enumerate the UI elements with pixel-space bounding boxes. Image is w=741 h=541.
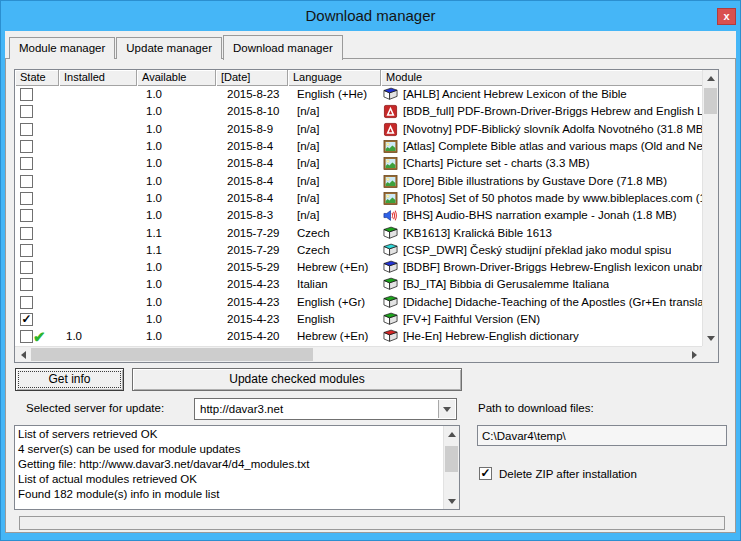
cell: [n/a] bbox=[288, 121, 381, 138]
table-row[interactable]: 1.02015-8-9[n/a][Novotny] PDF-Biblický s… bbox=[15, 121, 702, 138]
table-row[interactable]: 1.02015-8-4[n/a][Atlas] Complete Bible a… bbox=[15, 138, 702, 155]
column-header-date[interactable]: [Date] bbox=[216, 70, 288, 86]
module-name: [Charts] Picture set - charts (3.3 MB) bbox=[403, 155, 590, 172]
titlebar[interactable]: Download manager x bbox=[1, 1, 740, 31]
row-checkbox[interactable] bbox=[20, 227, 33, 240]
table-row[interactable]: 1.02015-5-29Hebrew (+En)[BDBF] Brown-Dri… bbox=[15, 259, 702, 276]
table-row[interactable]: 1.02015-8-3[n/a][BHS] Audio-BHS narratio… bbox=[15, 207, 702, 224]
row-checkbox[interactable] bbox=[20, 175, 33, 188]
column-header-installed[interactable]: Installed bbox=[59, 70, 137, 86]
server-label: Selected server for update: bbox=[26, 402, 164, 414]
cell: 2015-4-23 bbox=[216, 294, 288, 311]
log-output[interactable]: List of servers retrieved OK4 server(s) … bbox=[14, 425, 460, 510]
close-button[interactable]: x bbox=[717, 8, 736, 25]
column-header-module[interactable]: Module bbox=[381, 70, 702, 86]
table-row[interactable]: 1.02015-8-23English (+He)[AHLB] Ancient … bbox=[15, 86, 702, 103]
tab-download-manager[interactable]: Download manager bbox=[223, 35, 343, 60]
table-row[interactable]: ✓1.02015-4-23English[FV+] Faithful Versi… bbox=[15, 311, 702, 328]
row-checkbox[interactable] bbox=[20, 88, 33, 101]
cell: 1.0 bbox=[137, 276, 216, 293]
module-name: [BJ_ITA] Bibbia di Gerusalemme Italiana bbox=[403, 276, 609, 293]
module-name: [KB1613] Kralická Bible 1613 bbox=[403, 225, 552, 242]
cell: 2015-8-4 bbox=[216, 155, 288, 172]
cell: [n/a] bbox=[288, 138, 381, 155]
table-row[interactable]: 1.02015-8-4[n/a][Charts] Picture set - c… bbox=[15, 155, 702, 172]
module-name: [BHS] Audio-BHS narration example - Jona… bbox=[403, 207, 677, 224]
module-cell: [BHS] Audio-BHS narration example - Jona… bbox=[381, 207, 702, 224]
table-row[interactable]: 1.02015-8-4[n/a][Dore] Bible illustratio… bbox=[15, 172, 702, 189]
server-dropdown-button[interactable] bbox=[438, 400, 455, 418]
module-cell: [Charts] Picture set - charts (3.3 MB) bbox=[381, 155, 702, 172]
table-row[interactable]: ✔1.01.02015-4-20Hebrew (+En)[He-En] Hebr… bbox=[15, 328, 702, 345]
row-checkbox[interactable] bbox=[20, 123, 33, 136]
state-cell bbox=[15, 227, 59, 240]
scroll-left-button[interactable] bbox=[15, 347, 31, 363]
cell: [n/a] bbox=[288, 173, 381, 190]
log-line: 4 server(s) can be used for module updat… bbox=[18, 442, 442, 457]
table-row[interactable]: 1.12015-7-29Czech[KB1613] Kralická Bible… bbox=[15, 224, 702, 241]
row-checkbox[interactable] bbox=[20, 157, 33, 170]
table-row[interactable]: 1.12015-7-29Czech[CSP_DWR] Český studijn… bbox=[15, 242, 702, 259]
vertical-scrollbar[interactable] bbox=[702, 70, 718, 346]
vertical-scroll-thumb[interactable] bbox=[704, 88, 717, 114]
row-checkbox[interactable] bbox=[20, 244, 33, 257]
log-scroll-thumb[interactable] bbox=[445, 446, 458, 472]
scrollbar-corner bbox=[702, 346, 718, 362]
cell: 2015-8-4 bbox=[216, 190, 288, 207]
row-checkbox[interactable] bbox=[20, 140, 33, 153]
scroll-up-button[interactable] bbox=[703, 70, 719, 86]
server-combobox[interactable] bbox=[194, 398, 457, 420]
tab-update-manager[interactable]: Update manager bbox=[116, 37, 222, 59]
row-checkbox[interactable] bbox=[20, 105, 33, 118]
row-checkbox[interactable] bbox=[20, 296, 33, 309]
chevron-down-icon bbox=[448, 499, 456, 504]
tab-module-manager[interactable]: Module manager bbox=[9, 37, 115, 59]
column-header-state[interactable]: State bbox=[15, 70, 59, 86]
module-name: [Novotny] PDF-Biblický slovník Adolfa No… bbox=[403, 121, 702, 138]
server-input[interactable] bbox=[196, 400, 434, 418]
column-header-language[interactable]: Language bbox=[288, 70, 381, 86]
table-row[interactable]: 1.02015-8-10[n/a][BDB_full] PDF-Brown-Dr… bbox=[15, 103, 702, 120]
scroll-right-button[interactable] bbox=[686, 347, 702, 363]
module-name: [Dore] Bible illustrations by Gustave Do… bbox=[403, 173, 667, 190]
row-checkbox[interactable]: ✓ bbox=[20, 313, 33, 326]
scroll-down-button[interactable] bbox=[444, 493, 460, 509]
state-cell bbox=[15, 278, 59, 291]
scroll-up-button[interactable] bbox=[444, 426, 460, 442]
state-cell bbox=[15, 175, 59, 188]
update-checked-modules-button[interactable]: Update checked modules bbox=[132, 368, 462, 391]
get-info-button[interactable]: Get info bbox=[15, 368, 124, 391]
table-row[interactable]: 1.02015-4-23Italian[BJ_ITA] Bibbia di Ge… bbox=[15, 276, 702, 293]
cell: Czech bbox=[288, 242, 381, 259]
book-icon bbox=[383, 226, 399, 241]
row-checkbox[interactable] bbox=[20, 278, 33, 291]
delete-zip-checkbox[interactable]: ✓ bbox=[479, 467, 492, 480]
table-row[interactable]: 1.02015-8-4[n/a][Photos] Set of 50 photo… bbox=[15, 190, 702, 207]
module-name: [CSP_DWR] Český studijní překlad jako mo… bbox=[403, 242, 671, 259]
row-checkbox[interactable] bbox=[20, 209, 33, 222]
module-cell: [Dore] Bible illustrations by Gustave Do… bbox=[381, 173, 702, 190]
installed-check-icon: ✔ bbox=[33, 330, 46, 344]
row-checkbox[interactable] bbox=[20, 192, 33, 205]
path-label: Path to download files: bbox=[478, 402, 594, 414]
module-name: [AHLB] Ancient Hebrew Lexicon of the Bib… bbox=[403, 86, 627, 103]
horizontal-scrollbar[interactable] bbox=[15, 346, 702, 362]
row-checkbox[interactable] bbox=[20, 261, 33, 274]
state-cell bbox=[15, 88, 59, 101]
cell: 1.0 bbox=[137, 190, 216, 207]
download-path-field[interactable] bbox=[477, 425, 727, 446]
scroll-down-button[interactable] bbox=[703, 330, 719, 346]
module-list: StateInstalledAvailable[Date]LanguageMod… bbox=[14, 69, 719, 363]
column-header-available[interactable]: Available bbox=[137, 70, 216, 86]
log-scrollbar[interactable] bbox=[443, 426, 459, 509]
module-name: [BDBF] Brown-Driver-Briggs Hebrew-Englis… bbox=[403, 259, 702, 276]
picture-icon bbox=[383, 139, 399, 154]
log-line: List of servers retrieved OK bbox=[18, 427, 442, 442]
horizontal-scroll-thumb[interactable] bbox=[31, 348, 313, 361]
cell: 1.0 bbox=[137, 173, 216, 190]
table-row[interactable]: 1.02015-4-23English (+Gr)[Didache] Didac… bbox=[15, 294, 702, 311]
module-cell: [AHLB] Ancient Hebrew Lexicon of the Bib… bbox=[381, 86, 702, 103]
state-cell: ✔ bbox=[15, 330, 59, 344]
row-checkbox[interactable] bbox=[20, 330, 33, 343]
cell: 1.0 bbox=[137, 259, 216, 276]
